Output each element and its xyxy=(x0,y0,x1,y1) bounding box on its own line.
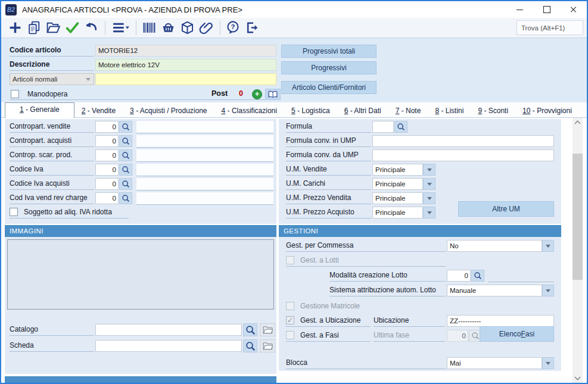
exit-button[interactable] xyxy=(243,20,262,36)
undo-button[interactable] xyxy=(82,20,101,36)
um-vendite-dropdown-button[interactable] xyxy=(423,164,435,176)
um-carichi-dropdown-button[interactable] xyxy=(423,178,435,190)
um-vendite-value[interactable]: Principale xyxy=(372,164,423,176)
tab-listini[interactable]: 8 - Listini xyxy=(428,104,471,117)
tab-provvigioni[interactable]: 10 - Provvigioni xyxy=(515,104,579,117)
scheda-browse-button[interactable] xyxy=(260,339,275,352)
vertical-scrollbar[interactable] xyxy=(573,118,583,383)
sistema-attribuzione-value[interactable]: Manuale xyxy=(447,285,542,296)
formula-conv-da-ump-input[interactable] xyxy=(372,149,554,161)
search-input[interactable] xyxy=(95,73,276,85)
scrollbar-thumb[interactable] xyxy=(573,154,583,280)
catalogo-browse-button[interactable] xyxy=(260,323,275,336)
manodopera-checkbox[interactable] xyxy=(11,90,19,98)
gest-a-fasi-checkbox xyxy=(286,331,294,339)
tab-acquisti-produzione[interactable]: 3 - Acquisti / Produzione xyxy=(123,104,214,117)
controp-scar-prod-lookup-button[interactable] xyxy=(119,149,132,161)
scroll-up-button[interactable] xyxy=(573,118,583,127)
elenco-fasi-button[interactable]: Elenco Fasi xyxy=(480,326,554,342)
um-carichi-label: U.M. Carichi xyxy=(286,178,371,190)
scroll-down-button[interactable] xyxy=(573,373,583,383)
chevron-up-icon xyxy=(575,121,581,127)
scheda-search-button[interactable] xyxy=(243,339,257,352)
um-carichi-value[interactable]: Principale xyxy=(372,178,423,190)
post-book-button[interactable] xyxy=(265,89,281,100)
cod-iva-vend-rev-charge-input[interactable]: 0 xyxy=(95,192,119,204)
attachment-button[interactable] xyxy=(197,20,216,36)
chevron-down-icon xyxy=(575,374,581,380)
maximize-button[interactable] xyxy=(533,1,560,18)
tab-logistica[interactable]: 5 - Logistica xyxy=(284,104,337,117)
cod-iva-vend-rev-charge-desc xyxy=(136,192,273,205)
gest-a-lotti-label: Gest. a Lotti xyxy=(300,256,339,264)
find-box[interactable]: Trova (Alt+F1) xyxy=(517,20,583,35)
um-prezzo-acquisto-dropdown-button[interactable] xyxy=(423,207,435,218)
modalita-creazione-lotto-lookup-button[interactable] xyxy=(471,270,484,282)
progressivi-button[interactable]: Progressivi xyxy=(281,61,377,74)
book-icon xyxy=(268,90,278,98)
confirm-button[interactable] xyxy=(63,20,82,36)
catalogo-input[interactable] xyxy=(95,324,242,336)
gest-per-commessa-dropdown-button[interactable] xyxy=(542,240,554,252)
codice-iva-lookup-button[interactable] xyxy=(119,164,132,176)
contropart-vendite-label: Contropart. vendite xyxy=(10,121,94,133)
chevron-down-icon xyxy=(427,183,432,188)
codice-iva-desc xyxy=(136,164,273,176)
add-post-button[interactable] xyxy=(252,89,262,99)
menu-button[interactable] xyxy=(109,20,132,36)
altre-um-button[interactable]: Altre UM xyxy=(458,201,554,217)
um-prezzo-vendita-value[interactable]: Principale xyxy=(372,192,423,204)
contropart-vendite-lookup-button[interactable] xyxy=(119,121,132,133)
barcode-button[interactable] xyxy=(140,20,158,36)
codice-iva-acquisti-lookup-button[interactable] xyxy=(119,178,132,190)
article-type-dropdown[interactable]: Articoli normali xyxy=(10,73,94,85)
contropart-acquisti-input[interactable]: 0 xyxy=(95,135,119,147)
descrizione-field[interactable]: Motore elettrico 12V xyxy=(95,59,276,71)
chevron-down-icon xyxy=(427,211,432,217)
tab-sconti[interactable]: 9 - Sconti xyxy=(471,104,515,117)
modalita-creazione-lotto-input[interactable]: 0 xyxy=(447,270,471,282)
basket-button[interactable] xyxy=(159,20,178,36)
codice-iva-input[interactable]: 0 xyxy=(95,164,119,176)
codice-iva-acquisti-input[interactable]: 0 xyxy=(95,178,119,190)
tab-note[interactable]: 7 - Note xyxy=(388,104,428,117)
sistema-attribuzione-dropdown-button[interactable] xyxy=(542,285,554,296)
ubicazione-label: Ubicazione xyxy=(374,315,445,327)
new-button[interactable] xyxy=(6,20,24,36)
blocca-value[interactable]: Mai xyxy=(447,357,542,369)
um-prezzo-vendita-dropdown-button[interactable] xyxy=(423,192,435,204)
package-button[interactable] xyxy=(178,20,197,36)
um-prezzo-acquisto-value[interactable]: Principale xyxy=(372,207,423,218)
unita-misura-panel: Formula Formula conv. in UMP Formula con… xyxy=(279,119,561,224)
contropart-vendite-input[interactable]: 0 xyxy=(95,121,119,133)
iva-ridotta-checkbox[interactable] xyxy=(10,208,18,216)
tab-classificazioni[interactable]: 4 - Classificazioni xyxy=(214,104,284,117)
catalogo-search-button[interactable] xyxy=(243,323,257,336)
tab-vendite[interactable]: 2 - Vendite xyxy=(74,104,123,117)
codice-articolo-field[interactable]: MOTORIE12 xyxy=(95,45,276,57)
iva-ridotta-label: Soggetto ad aliq. IVA ridotta xyxy=(24,208,112,216)
formula-lookup-button[interactable] xyxy=(394,121,407,133)
formula-conv-in-ump-input[interactable] xyxy=(372,135,554,147)
magnifier-icon xyxy=(122,180,130,188)
controp-scar-prod-input[interactable]: 0 xyxy=(95,149,119,161)
gest-per-commessa-value[interactable]: No xyxy=(447,240,542,252)
scheda-input[interactable] xyxy=(95,340,242,352)
window-title: ANAGRAFICA ARTICOLI <PROVA - AZIENDA DI … xyxy=(22,5,242,14)
tab-generale[interactable]: 1 - Generale xyxy=(5,102,74,118)
formula-input[interactable] xyxy=(372,121,394,133)
tab-altri-dati[interactable]: 6 - Altri Dati xyxy=(337,104,388,117)
help-button[interactable]: ? xyxy=(224,20,242,36)
modalita-creazione-lotto-desc xyxy=(489,270,554,282)
progressivi-totali-button[interactable]: Progressivi totali xyxy=(281,45,377,58)
ubicazione-input[interactable]: ZZ---------- xyxy=(447,315,554,327)
cod-iva-vend-rev-charge-lookup-button[interactable] xyxy=(119,192,132,204)
contropart-acquisti-lookup-button[interactable] xyxy=(119,135,132,147)
gestione-matricole-checkbox xyxy=(286,302,294,310)
open-button[interactable] xyxy=(44,20,63,36)
articolo-clienti-fornitori-button[interactable]: Articolo Clienti/Fornitori xyxy=(281,81,377,94)
minimize-button[interactable] xyxy=(506,1,533,18)
close-button[interactable] xyxy=(560,1,587,18)
blocca-dropdown-button[interactable] xyxy=(542,357,554,369)
copy-button[interactable] xyxy=(25,20,43,36)
